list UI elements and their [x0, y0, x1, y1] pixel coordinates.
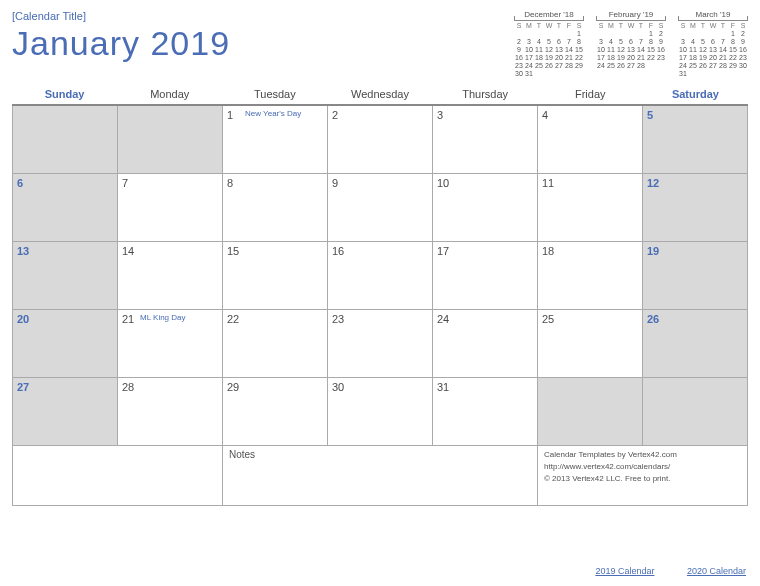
mini-day: 22 — [728, 54, 738, 62]
footer-links: 2019 Calendar 2020 Calendar — [565, 566, 746, 576]
mini-calendar-title: February '19 — [596, 10, 666, 21]
calendar-cell: 8 — [223, 174, 328, 242]
mini-day: 3 — [524, 38, 534, 46]
calendar-cell: 6 — [13, 174, 118, 242]
calendar-cell: 30 — [328, 378, 433, 446]
day-number: 24 — [437, 313, 449, 325]
mini-day — [534, 30, 544, 38]
mini-day — [574, 70, 584, 78]
mini-day — [596, 30, 606, 38]
link-2019-calendar[interactable]: 2019 Calendar — [595, 566, 654, 576]
mini-day: 5 — [698, 38, 708, 46]
calendar-cell: 23 — [328, 310, 433, 378]
mini-day: 21 — [718, 54, 728, 62]
day-number: 19 — [647, 245, 659, 257]
mini-weekday: M — [524, 22, 534, 30]
mini-day — [698, 30, 708, 38]
mini-weekday: F — [564, 22, 574, 30]
mini-day: 6 — [626, 38, 636, 46]
mini-day: 4 — [606, 38, 616, 46]
calendar-cell — [118, 106, 223, 174]
day-number: 3 — [437, 109, 443, 121]
mini-calendars: December '18SMTWTFS123456789101112131415… — [514, 10, 748, 78]
day-number: 26 — [647, 313, 659, 325]
calendar-cell: 16 — [328, 242, 433, 310]
day-number: 8 — [227, 177, 233, 189]
mini-day: 1 — [646, 30, 656, 38]
mini-day — [524, 30, 534, 38]
mini-weekday: T — [698, 22, 708, 30]
mini-day — [534, 70, 544, 78]
mini-day: 10 — [678, 46, 688, 54]
calendar-cell: 4 — [538, 106, 643, 174]
mini-day: 30 — [514, 70, 524, 78]
mini-weekday: S — [514, 22, 524, 30]
mini-day — [646, 62, 656, 70]
day-number: 31 — [437, 381, 449, 393]
credits-line3: © 2013 Vertex42 LLC. Free to print. — [544, 473, 741, 485]
weekday-header: Tuesday — [222, 84, 327, 106]
day-number: 27 — [17, 381, 29, 393]
mini-weekday: T — [534, 22, 544, 30]
mini-weekday: T — [616, 22, 626, 30]
day-number: 30 — [332, 381, 344, 393]
weekday-header: Thursday — [433, 84, 538, 106]
mini-day: 6 — [708, 38, 718, 46]
calendar-cell: 1New Year's Day — [223, 106, 328, 174]
calendar-cell: 9 — [328, 174, 433, 242]
mini-weekday: M — [688, 22, 698, 30]
mini-day: 11 — [534, 46, 544, 54]
mini-day: 29 — [728, 62, 738, 70]
mini-weekday: T — [636, 22, 646, 30]
day-number: 4 — [542, 109, 548, 121]
calendar-cell — [538, 378, 643, 446]
calendar-cell — [643, 378, 748, 446]
notes-label: Notes — [229, 449, 255, 460]
mini-day: 17 — [524, 54, 534, 62]
link-2020-calendar[interactable]: 2020 Calendar — [687, 566, 746, 576]
mini-weekday: W — [708, 22, 718, 30]
mini-day: 28 — [564, 62, 574, 70]
calendar-cell: 26 — [643, 310, 748, 378]
calendar-cell: 12 — [643, 174, 748, 242]
day-number: 17 — [437, 245, 449, 257]
mini-day: 14 — [636, 46, 646, 54]
mini-day: 2 — [738, 30, 748, 38]
day-number: 11 — [542, 177, 554, 189]
weekday-header: Saturday — [643, 84, 748, 106]
mini-day: 7 — [636, 38, 646, 46]
day-number: 14 — [122, 245, 134, 257]
calendar-cell: 14 — [118, 242, 223, 310]
mini-weekday: W — [626, 22, 636, 30]
day-number: 15 — [227, 245, 239, 257]
mini-day: 1 — [574, 30, 584, 38]
credits-line1: Calendar Templates by Vertex42.com — [544, 449, 741, 461]
mini-day: 20 — [708, 54, 718, 62]
mini-day: 29 — [574, 62, 584, 70]
month-year-title: January 2019 — [12, 24, 230, 63]
mini-day — [564, 30, 574, 38]
mini-calendar-title: December '18 — [514, 10, 584, 21]
mini-weekday: F — [646, 22, 656, 30]
mini-day: 9 — [656, 38, 666, 46]
day-number: 23 — [332, 313, 344, 325]
mini-day: 11 — [606, 46, 616, 54]
weekday-header: Sunday — [12, 84, 117, 106]
mini-day: 8 — [728, 38, 738, 46]
mini-day: 16 — [514, 54, 524, 62]
mini-day — [718, 70, 728, 78]
mini-weekday: F — [728, 22, 738, 30]
credits-line2: http://www.vertex42.com/calendars/ — [544, 461, 741, 473]
mini-calendar: December '18SMTWTFS123456789101112131415… — [514, 10, 584, 78]
calendar-title-placeholder: [Calendar Title] — [12, 10, 230, 22]
mini-day — [626, 30, 636, 38]
weekday-headers: SundayMondayTuesdayWednesdayThursdayFrid… — [12, 84, 748, 106]
mini-day: 24 — [678, 62, 688, 70]
mini-day: 22 — [574, 54, 584, 62]
mini-day: 16 — [656, 46, 666, 54]
mini-day: 1 — [728, 30, 738, 38]
day-number: 13 — [17, 245, 29, 257]
day-number: 6 — [17, 177, 23, 189]
calendar-cell: 31 — [433, 378, 538, 446]
mini-day: 18 — [606, 54, 616, 62]
